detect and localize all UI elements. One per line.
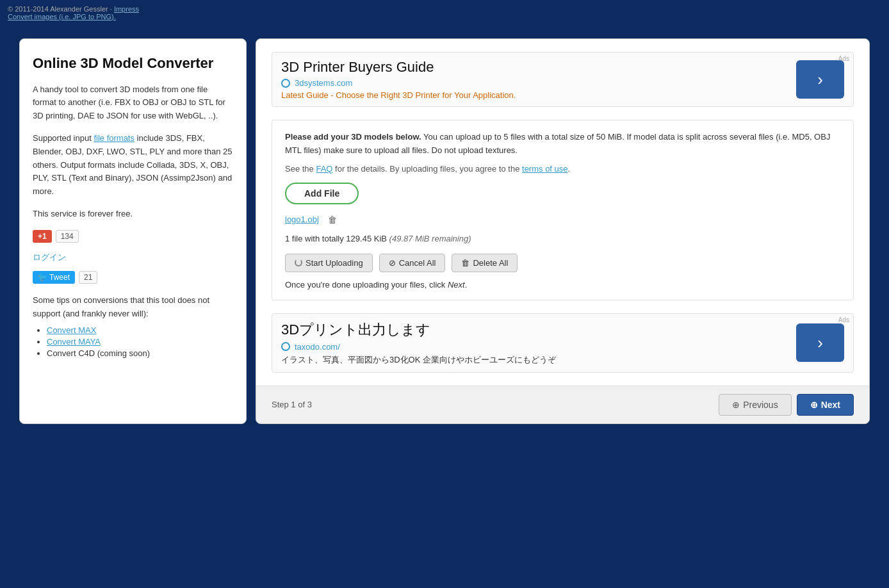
gplus-button[interactable]: +1 [33, 230, 52, 243]
done-msg-prefix: Once you're done uploading your files, c… [285, 280, 448, 290]
gplus-row: +1 134 [33, 230, 233, 243]
trash-icon: 🗑 [328, 215, 337, 225]
ad1-description: Latest Guide - Choose the Right 3D Print… [281, 90, 516, 100]
tweet-count: 21 [79, 271, 97, 284]
file-name-link[interactable]: logo1.obj [285, 215, 319, 224]
convert-max-link[interactable]: Convert MAX [47, 325, 96, 335]
ad1-url: 3dsystems.com [281, 78, 516, 88]
ad1-title: 3D Printer Buyers Guide [281, 59, 516, 76]
terms-end: . [568, 164, 571, 174]
right-content: Ads 3D Printer Buyers Guide 3dsystems.co… [256, 39, 869, 386]
plus-icon-next: ⊕ [810, 400, 818, 410]
upload-section: Please add your 3D models below. You can… [272, 120, 854, 300]
login-section: ログイン [33, 252, 233, 263]
tweet-label: Tweet [49, 273, 70, 282]
see-the-text: See the [285, 164, 316, 174]
forever-free-text: This service is forever free. [33, 208, 233, 221]
ad2-description: イラスト、写真、平面図から3D化OK 企業向けやホビーユーズにもどうぞ [281, 354, 556, 366]
upload-desc-bold: Please add your 3D models below. [285, 132, 421, 142]
list-item: Convert MAX [47, 325, 233, 335]
tips-section: Some tips on conversions that this tool … [33, 294, 233, 359]
nav-buttons: ⊕ Previous ⊕ Next [719, 394, 854, 416]
ad2-text: 3Dプリント出力します taxodo.com/ イラスト、写真、平面図から3D化… [281, 320, 556, 366]
upload-done-message: Once you're done uploading your files, c… [285, 280, 840, 290]
cancel-icon: ⊘ [389, 258, 396, 268]
for-details-text: for the details. By uploading files, you… [332, 164, 522, 174]
step-info: Step 1 of 3 [272, 400, 312, 409]
ad2-url-text: taxodo.com/ [295, 342, 340, 352]
cancel-all-button[interactable]: ⊘ Cancel All [379, 254, 446, 272]
ad1-arrow-button[interactable]: › [796, 60, 844, 99]
file-remaining-text: (49.87 MiB remaining) [389, 234, 471, 243]
right-panel: Ads 3D Printer Buyers Guide 3dsystems.co… [256, 38, 870, 424]
add-file-button[interactable]: Add File [285, 183, 359, 204]
previous-label: Previous [743, 400, 778, 410]
impress-link[interactable]: Impress [114, 5, 139, 13]
start-uploading-label: Start Uploading [306, 258, 363, 268]
upload-terms: See the FAQ for the details. By uploadin… [285, 164, 840, 174]
twitter-bird-icon: 🐦 [38, 273, 47, 282]
delete-file-button[interactable]: 🗑 [325, 213, 339, 226]
desc2-prefix: Supported input [33, 133, 94, 143]
done-msg-link: Next [448, 280, 465, 290]
ad-box-1: Ads 3D Printer Buyers Guide 3dsystems.co… [272, 52, 854, 107]
ad-label-2: Ads [838, 316, 849, 323]
next-button[interactable]: ⊕ Next [797, 394, 854, 416]
next-label: Next [821, 400, 840, 410]
file-formats-link[interactable]: file formats [94, 133, 135, 143]
delete-all-label: Delete All [473, 258, 508, 268]
file-list-item: logo1.obj 🗑 [285, 213, 840, 226]
globe-icon [281, 79, 290, 88]
tips-intro: Some tips on conversions that this tool … [33, 294, 233, 321]
ad-box-2: Ads 3Dプリント出力します taxodo.com/ イラスト、写真、平面図か… [272, 313, 854, 373]
file-summary: 1 file with totally 129.45 KiB (49.87 Mi… [285, 234, 840, 243]
delete-icon: 🗑 [461, 258, 469, 268]
ad-label-1: Ads [838, 55, 849, 62]
delete-all-button[interactable]: 🗑 Delete All [452, 254, 518, 272]
file-summary-text: 1 file with totally 129.45 KiB [285, 234, 389, 243]
terms-link[interactable]: terms of use [522, 164, 568, 174]
copyright-text: © 2011-2014 Alexander Gessler · [8, 5, 114, 13]
tweet-button[interactable]: 🐦 Tweet [33, 271, 75, 284]
ad2-arrow-button[interactable]: › [796, 323, 844, 362]
tweet-row: 🐦 Tweet 21 [33, 271, 233, 284]
left-panel: Online 3D Model Converter A handy tool t… [19, 38, 247, 424]
action-buttons: Start Uploading ⊘ Cancel All 🗑 Delete Al… [285, 254, 840, 272]
upload-description: Please add your 3D models below. You can… [285, 131, 840, 158]
previous-button[interactable]: ⊕ Previous [719, 394, 791, 416]
ad1-text: 3D Printer Buyers Guide 3dsystems.com La… [281, 59, 516, 100]
ad1-url-text: 3dsystems.com [295, 78, 352, 88]
app-title: Online 3D Model Converter [33, 54, 233, 73]
convert-c4d-text: Convert C4D (coming soon) [47, 348, 150, 358]
list-item: Convert C4D (coming soon) [47, 348, 233, 358]
ad2-title: 3Dプリント出力します [281, 320, 556, 339]
top-bar: © 2011-2014 Alexander Gessler · Impress … [0, 0, 889, 26]
start-uploading-button[interactable]: Start Uploading [285, 254, 373, 272]
list-item: Convert MAYA [47, 337, 233, 347]
ad2-url: taxodo.com/ [281, 342, 556, 352]
footer-nav: Step 1 of 3 ⊕ Previous ⊕ Next [256, 386, 869, 423]
gplus-count: 134 [56, 230, 79, 243]
faq-link[interactable]: FAQ [316, 164, 332, 174]
convert-images-link[interactable]: Convert images (i.e. JPG to PNG). [8, 13, 116, 20]
desc1: A handy tool to convert 3D models from o… [33, 83, 233, 123]
tips-list: Convert MAX Convert MAYA Convert C4D (co… [33, 325, 233, 358]
done-msg-end: . [465, 280, 468, 290]
spinner-icon [295, 259, 302, 266]
login-link[interactable]: ログイン [33, 252, 66, 262]
cancel-all-label: Cancel All [399, 258, 436, 268]
globe-icon-2 [281, 342, 290, 351]
desc2: Supported input file formats include 3DS… [33, 132, 233, 199]
main-layout: Online 3D Model Converter A handy tool t… [0, 26, 889, 437]
convert-maya-link[interactable]: Convert MAYA [47, 337, 101, 347]
plus-icon-prev: ⊕ [732, 400, 740, 410]
